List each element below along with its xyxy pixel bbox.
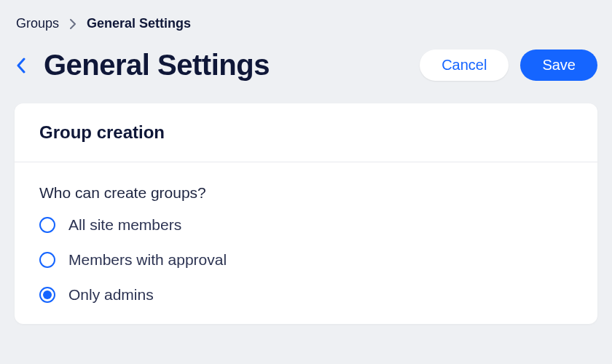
- radio-option-members-with-approval[interactable]: Members with approval: [39, 251, 573, 269]
- breadcrumb-root[interactable]: Groups: [16, 16, 59, 31]
- radio-icon: [39, 217, 55, 233]
- radio-label: Only admins: [68, 286, 154, 304]
- cancel-button[interactable]: Cancel: [420, 50, 509, 81]
- chevron-left-icon: [16, 58, 26, 74]
- card-title: Group creation: [39, 122, 573, 143]
- radio-label: Members with approval: [68, 251, 227, 269]
- radio-group-group-creation: All site members Members with approval O…: [39, 216, 573, 304]
- breadcrumb-current: General Settings: [87, 16, 191, 31]
- settings-card: Group creation Who can create groups? Al…: [15, 103, 597, 324]
- page-title: General Settings: [44, 49, 270, 82]
- radio-option-only-admins[interactable]: Only admins: [39, 286, 573, 304]
- chevron-right-icon: [69, 19, 76, 29]
- header-actions: Cancel Save: [420, 50, 597, 81]
- radio-label: All site members: [68, 216, 181, 234]
- breadcrumb: Groups General Settings: [15, 16, 597, 31]
- radio-option-all-site-members[interactable]: All site members: [39, 216, 573, 234]
- radio-icon: [39, 287, 55, 303]
- back-button[interactable]: [15, 55, 28, 76]
- setting-label: Who can create groups?: [39, 184, 573, 202]
- radio-icon: [39, 252, 55, 268]
- save-button[interactable]: Save: [520, 50, 597, 81]
